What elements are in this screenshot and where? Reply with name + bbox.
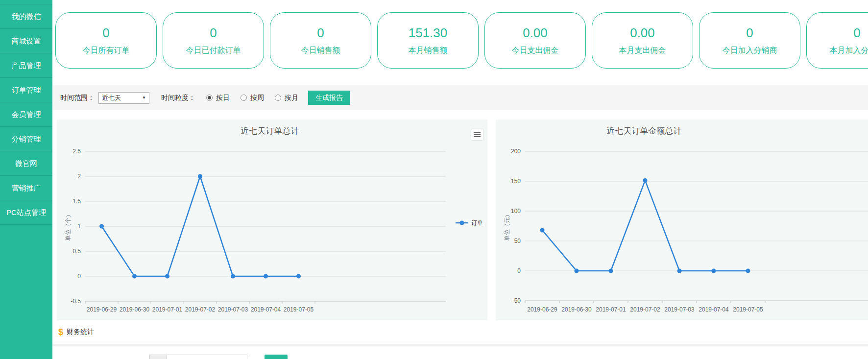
stat-value: 0.00 [523, 25, 548, 41]
dashboard-page: 我的微信 商城设置 产品管理 订单管理 会员管理 分销管理 微官网 营销推广 P… [0, 0, 868, 359]
stat-label: 今日加入分销商 [723, 46, 777, 56]
stat-card-today-paid-orders: 0 今日已付款订单 [163, 12, 264, 69]
sidebar-nav: 我的微信 商城设置 产品管理 订单管理 会员管理 分销管理 微官网 营销推广 P… [0, 0, 52, 359]
sidebar-item-products[interactable]: 产品管理 [0, 53, 52, 78]
svg-text:近七天订单金额总计: 近七天订单金额总计 [607, 126, 682, 136]
radio-icon[interactable] [275, 95, 281, 101]
finance-section-body [52, 346, 868, 359]
input-prefix-addon [149, 355, 167, 359]
svg-text:0.5: 0.5 [72, 248, 81, 255]
charts-row: 近七天订单总计单位（个）2.521.510.50-0.52019-06-2920… [52, 120, 868, 320]
stat-cards-row: 0 今日所有订单 0 今日已付款订单 0 今日销售额 151.30 本月销售额 … [52, 0, 868, 69]
svg-text:2019-06-29: 2019-06-29 [527, 306, 557, 313]
finance-section-header: $ 财务统计 [52, 320, 868, 344]
stat-card-today-sales: 0 今日销售额 [270, 12, 371, 69]
radio-label: 按周 [250, 94, 264, 102]
finance-date-input[interactable] [167, 355, 247, 359]
svg-text:200: 200 [511, 148, 521, 155]
finance-input-group [149, 355, 288, 359]
svg-text:0: 0 [77, 273, 81, 280]
stat-card-month-new-distributors: 0 本月加入分销商 [806, 12, 868, 69]
radio-icon[interactable] [241, 95, 247, 101]
svg-text:0: 0 [517, 267, 521, 274]
sidebar-item-members[interactable]: 会员管理 [0, 102, 52, 127]
stat-label: 本月加入分销商 [830, 46, 868, 56]
svg-text:2019-07-05: 2019-07-05 [733, 306, 763, 313]
svg-text:2.5: 2.5 [72, 148, 81, 155]
report-filter-bar: 时间范围： 近七天 ▼ 时间粒度： 按日 按周 按月 生成报告 [52, 85, 868, 110]
sidebar-item-my-wechat[interactable]: 我的微信 [0, 4, 52, 29]
stat-label: 本月支出佣金 [619, 46, 666, 56]
stat-card-today-new-distributors: 0 今日加入分销商 [699, 12, 800, 69]
stat-card-month-sales: 151.30 本月销售额 [377, 12, 479, 69]
stat-label: 今日所有订单 [83, 46, 130, 56]
svg-text:2019-07-04: 2019-07-04 [251, 306, 281, 313]
time-range-selected-value: 近七天 [102, 94, 121, 102]
sidebar-item-micro-site[interactable]: 微官网 [0, 151, 52, 176]
sidebar-item-partial [0, 0, 52, 4]
select-caret-icon: ▼ [142, 96, 146, 100]
finance-section: $ 财务统计 [52, 320, 868, 359]
time-range-select[interactable]: 近七天 ▼ [98, 92, 149, 104]
stat-value: 0 [210, 25, 217, 41]
stat-label: 今日销售额 [301, 46, 340, 56]
svg-text:2019-07-02: 2019-07-02 [630, 306, 660, 313]
stat-label: 今日支出佣金 [512, 46, 559, 56]
stat-label: 本月销售额 [409, 46, 448, 56]
order-amount-chart-panel: 近七天订单金额总计单位（元）200150100500-502019-06-292… [496, 120, 868, 320]
svg-text:150: 150 [511, 178, 521, 185]
radio-label: 按月 [285, 94, 298, 102]
svg-text:2019-07-02: 2019-07-02 [185, 306, 216, 313]
svg-text:1: 1 [77, 223, 81, 230]
svg-text:2019-06-30: 2019-06-30 [120, 306, 150, 313]
svg-text:2019-06-30: 2019-06-30 [561, 306, 592, 313]
granularity-radio-week[interactable]: 按周 [241, 94, 264, 102]
svg-text:100: 100 [511, 208, 521, 215]
stat-value: 151.30 [409, 25, 448, 41]
svg-text:2019-07-01: 2019-07-01 [152, 306, 183, 313]
svg-text:-0.5: -0.5 [71, 298, 81, 305]
stat-card-month-commission: 0.00 本月支出佣金 [592, 12, 693, 69]
stat-value: 0 [317, 25, 324, 41]
stat-value: 0 [746, 25, 753, 41]
svg-text:订单: 订单 [471, 219, 483, 226]
finance-section-title: 财务统计 [67, 328, 94, 336]
radio-label: 按日 [216, 94, 230, 102]
svg-text:2019-07-04: 2019-07-04 [699, 306, 729, 313]
svg-text:2019-07-03: 2019-07-03 [218, 306, 248, 313]
chart-legend[interactable]: 订单 [456, 219, 483, 226]
order-amount-trend-chart: 近七天订单金额总计单位（元）200150100500-502019-06-292… [496, 120, 868, 320]
finance-query-button[interactable] [265, 355, 288, 359]
granularity-radio-day[interactable]: 按日 [206, 94, 230, 102]
dollar-icon: $ [58, 327, 63, 337]
sidebar-item-mall-settings[interactable]: 商城设置 [0, 29, 52, 53]
svg-text:单位（元）: 单位（元） [504, 212, 510, 241]
svg-text:2: 2 [77, 173, 81, 180]
svg-text:50: 50 [514, 238, 521, 244]
svg-text:近七天订单总计: 近七天订单总计 [241, 126, 299, 136]
chart-toolbox-icon[interactable] [471, 129, 483, 140]
sidebar-item-marketing[interactable]: 营销推广 [0, 176, 52, 200]
stat-card-today-orders: 0 今日所有订单 [55, 12, 157, 69]
stat-label: 今日已付款订单 [186, 46, 241, 56]
sidebar-item-orders[interactable]: 订单管理 [0, 78, 52, 102]
svg-text:2019-07-05: 2019-07-05 [284, 306, 314, 313]
stat-value: 0.00 [630, 25, 655, 41]
sidebar-item-pc-site[interactable]: PC站点管理 [0, 200, 52, 225]
stat-card-today-commission: 0.00 今日支出佣金 [484, 12, 586, 69]
orders-trend-chart: 近七天订单总计单位（个）2.521.510.50-0.52019-06-2920… [57, 120, 487, 320]
stat-value: 0 [102, 25, 109, 41]
svg-text:单位（个）: 单位（个） [65, 212, 72, 241]
main-content: 0 今日所有订单 0 今日已付款订单 0 今日销售额 151.30 本月销售额 … [52, 0, 868, 359]
sidebar-item-distribution[interactable]: 分销管理 [0, 127, 52, 151]
granularity-radio-month[interactable]: 按月 [275, 94, 298, 102]
svg-text:2019-07-01: 2019-07-01 [596, 306, 626, 313]
stat-value: 0 [853, 25, 860, 41]
svg-text:1.5: 1.5 [72, 198, 81, 205]
svg-text:-50: -50 [512, 297, 521, 304]
radio-icon[interactable] [206, 95, 213, 101]
svg-text:2019-06-29: 2019-06-29 [87, 306, 117, 313]
granularity-label: 时间粒度： [161, 94, 195, 102]
generate-report-button[interactable]: 生成报告 [308, 91, 350, 105]
orders-chart-panel: 近七天订单总计单位（个）2.521.510.50-0.52019-06-2920… [57, 120, 487, 320]
